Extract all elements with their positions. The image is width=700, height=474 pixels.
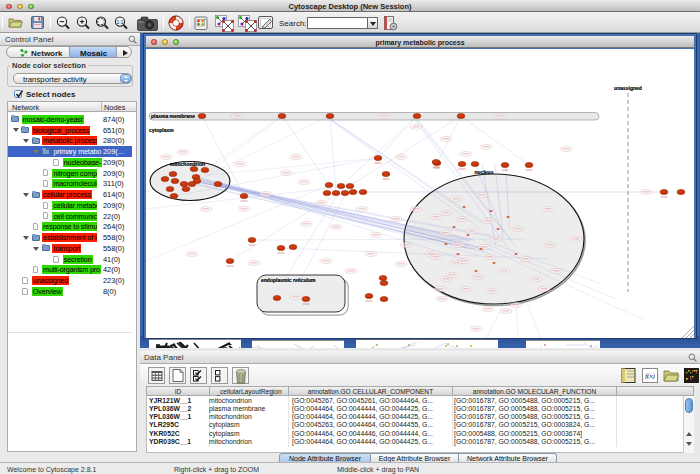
- svg-text:unassigned: unassigned: [614, 85, 642, 91]
- svg-text:nucleus: nucleus: [475, 169, 494, 175]
- svg-text:plasma membrane: plasma membrane: [151, 113, 195, 119]
- svg-text:endoplasmic reticulum: endoplasmic reticulum: [261, 277, 316, 283]
- svg-text:cytoplasm: cytoplasm: [149, 127, 174, 133]
- svg-text:mitochondrion: mitochondrion: [170, 161, 205, 167]
- svg-text:1:1: 1:1: [117, 19, 124, 25]
